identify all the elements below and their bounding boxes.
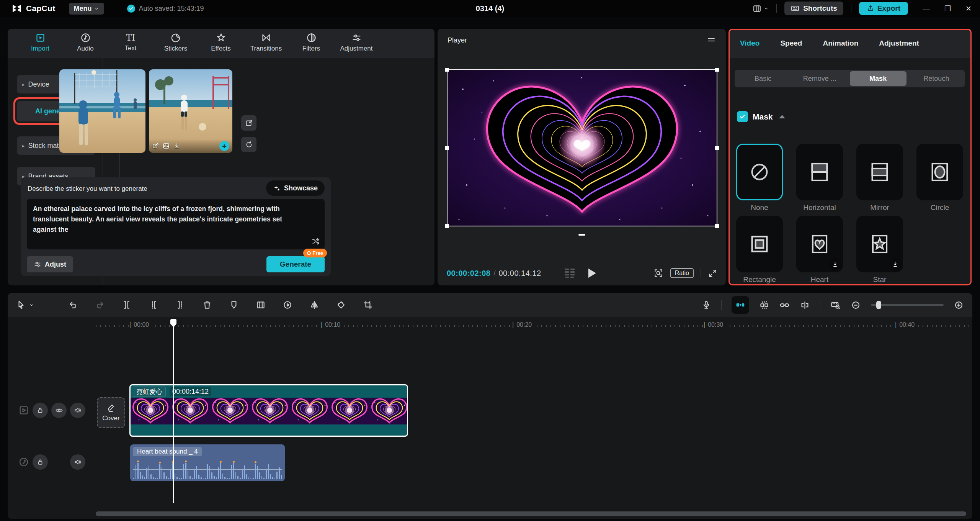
- cursor-icon: [16, 300, 26, 310]
- split-icon[interactable]: [122, 300, 132, 310]
- transform-handle[interactable]: [715, 68, 719, 72]
- maximize-button[interactable]: ❐: [944, 4, 951, 13]
- tab-filters[interactable]: Filters: [289, 33, 334, 52]
- subtab-basic[interactable]: Basic: [735, 70, 791, 87]
- lock-track-button[interactable]: [33, 454, 48, 470]
- tab-transitions[interactable]: Transitions: [243, 33, 289, 52]
- rotate-handle[interactable]: [578, 234, 585, 236]
- fullscreen-icon[interactable]: [708, 269, 717, 278]
- tab-stickers[interactable]: Stickers: [153, 33, 198, 52]
- timeline-zoom-slider[interactable]: [871, 304, 944, 306]
- storyboard-icon[interactable]: [564, 268, 575, 278]
- overlay-icon[interactable]: [256, 300, 266, 310]
- subtab-retouch[interactable]: Retouch: [908, 70, 965, 87]
- player-menu-icon[interactable]: [707, 36, 716, 45]
- preview-focus-icon[interactable]: [653, 268, 663, 278]
- chevron-down-icon: [764, 6, 769, 11]
- subtab-remove[interactable]: Remove ...: [791, 70, 848, 87]
- mute-track-button[interactable]: [70, 454, 85, 470]
- hide-track-button[interactable]: [51, 403, 67, 418]
- timeline-scale-icon[interactable]: [830, 300, 841, 310]
- mask-option-mirror[interactable]: [856, 144, 903, 200]
- link-clips-icon[interactable]: [779, 300, 790, 310]
- export-button[interactable]: Export: [859, 2, 908, 15]
- crop-icon[interactable]: [363, 300, 373, 310]
- delete-icon[interactable]: [202, 300, 212, 310]
- close-button[interactable]: ✕: [965, 4, 972, 13]
- snap-toggle-active[interactable]: [732, 296, 749, 314]
- mask-option-rectangle[interactable]: [736, 216, 783, 272]
- track-audio-icon[interactable]: [18, 457, 29, 467]
- transform-handle[interactable]: [445, 146, 449, 150]
- mask-option-circle[interactable]: [916, 144, 963, 200]
- auto-cut-icon[interactable]: [759, 300, 769, 310]
- media-thumbnail-beach-volleyball-1[interactable]: [59, 69, 145, 153]
- zoom-slider-knob[interactable]: [876, 301, 881, 309]
- media-thumbnail-beach-volleyball-2[interactable]: +: [149, 69, 232, 153]
- split-view-icon[interactable]: [800, 300, 810, 310]
- tab-adjustment[interactable]: Adjustment: [334, 33, 379, 52]
- tab-audio[interactable]: Audio: [63, 33, 108, 52]
- rotate-icon[interactable]: [336, 300, 346, 310]
- snap-icon: [735, 300, 745, 310]
- transform-handle[interactable]: [715, 146, 719, 150]
- tab-text[interactable]: TI Text: [108, 33, 153, 52]
- mask-option-horizontal[interactable]: [796, 144, 843, 200]
- mask-option-none[interactable]: [736, 144, 783, 200]
- subtab-mask[interactable]: Mask: [850, 71, 906, 86]
- layout-switch-button[interactable]: [752, 4, 769, 13]
- playhead-line[interactable]: [173, 327, 174, 503]
- layout-icon: [752, 4, 762, 13]
- redo-icon[interactable]: [95, 300, 105, 310]
- video-preview[interactable]: [447, 69, 717, 226]
- generate-button[interactable]: Generate: [266, 256, 325, 272]
- mute-track-button[interactable]: [70, 403, 85, 418]
- select-tool-button[interactable]: [16, 300, 34, 310]
- add-to-timeline-button[interactable]: +: [219, 141, 229, 151]
- minimize-button[interactable]: —: [923, 4, 930, 13]
- transform-handle[interactable]: [445, 68, 449, 72]
- adjust-button[interactable]: Adjust: [27, 256, 73, 272]
- record-voiceover-icon[interactable]: [701, 300, 711, 310]
- edit-note-button[interactable]: [241, 115, 256, 131]
- cover-button[interactable]: Cover: [97, 397, 125, 428]
- audio-clip-heartbeat[interactable]: Heart beat sound _ 4: [130, 444, 285, 481]
- tab-adjustment[interactable]: Adjustment: [879, 39, 919, 48]
- tab-animation[interactable]: Animation: [823, 39, 858, 48]
- collapse-arrow-icon[interactable]: [779, 115, 785, 118]
- lock-track-button[interactable]: [33, 403, 48, 418]
- delete-left-icon[interactable]: [149, 300, 158, 310]
- undo-icon[interactable]: [68, 300, 78, 310]
- zoom-out-icon[interactable]: [851, 300, 861, 310]
- shortcuts-button[interactable]: Shortcuts: [784, 2, 843, 15]
- delete-right-icon[interactable]: [175, 300, 185, 310]
- image-icon[interactable]: [163, 143, 170, 149]
- video-clip-neon-heart[interactable]: 霓虹爱心 00:00:14:12: [129, 384, 408, 437]
- menu-button[interactable]: Menu: [69, 3, 104, 15]
- play-button[interactable]: [588, 269, 596, 278]
- edit-icon[interactable]: [152, 143, 159, 149]
- sticker-generator-card: Describe the sticker you want to generat…: [21, 177, 331, 276]
- tab-speed[interactable]: Speed: [780, 39, 802, 48]
- mask-enabled-checkbox[interactable]: [737, 111, 748, 122]
- timeline-scrollbar[interactable]: [96, 511, 966, 516]
- mask-option-heart[interactable]: [796, 216, 843, 272]
- tab-effects[interactable]: Effects: [198, 33, 243, 52]
- transform-handle[interactable]: [445, 224, 449, 228]
- regenerate-button[interactable]: [241, 137, 256, 152]
- ratio-button[interactable]: Ratio: [670, 268, 694, 278]
- shuffle-icon[interactable]: [312, 237, 320, 246]
- showcase-button[interactable]: Showcase: [266, 180, 325, 196]
- mask-tool-icon[interactable]: [229, 300, 239, 310]
- tab-import[interactable]: Import: [18, 33, 63, 52]
- mask-option-star[interactable]: [856, 216, 903, 272]
- track-preview-icon[interactable]: [18, 405, 29, 416]
- mirror-icon[interactable]: [309, 300, 319, 310]
- zoom-in-icon[interactable]: [954, 300, 964, 310]
- transform-handle[interactable]: [715, 224, 719, 228]
- divider: [721, 300, 722, 310]
- speed-icon[interactable]: [283, 300, 292, 310]
- prompt-input[interactable]: An ethereal palace carved into the icy c…: [27, 199, 325, 249]
- download-icon[interactable]: [173, 143, 180, 149]
- tab-video[interactable]: Video: [740, 39, 760, 48]
